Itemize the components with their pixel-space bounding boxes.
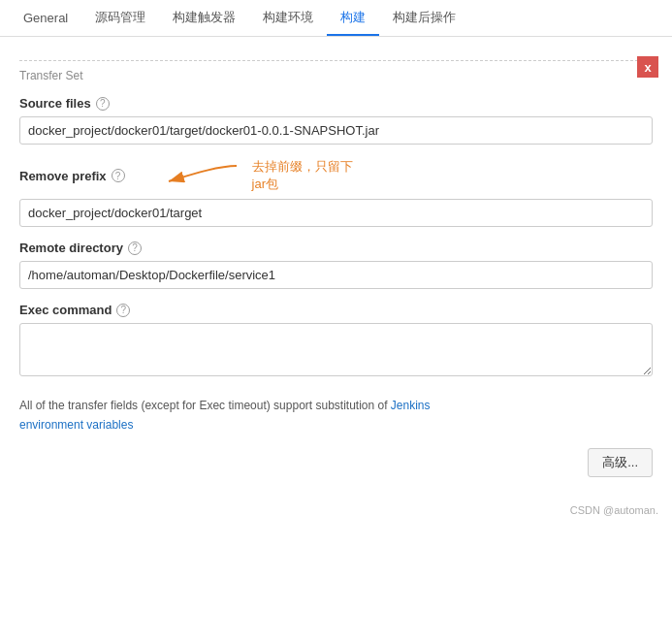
transfer-set-label: Transfer Set bbox=[19, 60, 653, 82]
main-content: x Transfer Set Source files ? Remove pre… bbox=[0, 37, 672, 644]
remove-prefix-help-icon[interactable]: ? bbox=[112, 169, 125, 182]
exec-command-input[interactable] bbox=[19, 323, 653, 376]
tab-build-env[interactable]: 构建环境 bbox=[249, 1, 327, 36]
inner-panel: x Transfer Set Source files ? Remove pre… bbox=[0, 48, 672, 497]
remote-directory-label: Remote directory ? bbox=[19, 241, 653, 255]
remove-prefix-input[interactable] bbox=[19, 199, 653, 227]
advanced-btn-row: 高级... bbox=[19, 448, 653, 477]
info-text: All of the transfer fields (except for E… bbox=[19, 397, 653, 434]
tab-source-mgmt[interactable]: 源码管理 bbox=[81, 1, 159, 36]
footer-credit: CSDN @automan. bbox=[0, 497, 672, 520]
advanced-button[interactable]: 高级... bbox=[588, 448, 653, 477]
tab-general[interactable]: General bbox=[10, 3, 81, 35]
source-files-input[interactable] bbox=[19, 116, 653, 145]
remove-prefix-label: Remove prefix ? 去掉前缀，只留下 jar包 bbox=[19, 158, 653, 193]
tab-post-build[interactable]: 构建后操作 bbox=[379, 1, 469, 36]
exec-command-help-icon[interactable]: ? bbox=[116, 304, 130, 317]
tab-build-trigger[interactable]: 构建触发器 bbox=[159, 1, 249, 36]
remote-directory-help-icon[interactable]: ? bbox=[128, 242, 142, 255]
source-files-help-icon[interactable]: ? bbox=[96, 97, 110, 111]
tabs-bar: General 源码管理 构建触发器 构建环境 构建 构建后操作 bbox=[0, 0, 672, 37]
exec-command-label: Exec command ? bbox=[19, 303, 653, 317]
arrow-icon bbox=[159, 162, 246, 189]
close-button[interactable]: x bbox=[637, 56, 658, 78]
annotation-text: 去掉前缀，只留下 jar包 bbox=[252, 158, 353, 193]
tab-build[interactable]: 构建 bbox=[327, 1, 379, 36]
remove-prefix-section: Remove prefix ? 去掉前缀，只留下 jar包 bbox=[19, 158, 653, 227]
source-files-label: Source files ? bbox=[19, 96, 653, 111]
remote-directory-input[interactable] bbox=[19, 261, 653, 289]
